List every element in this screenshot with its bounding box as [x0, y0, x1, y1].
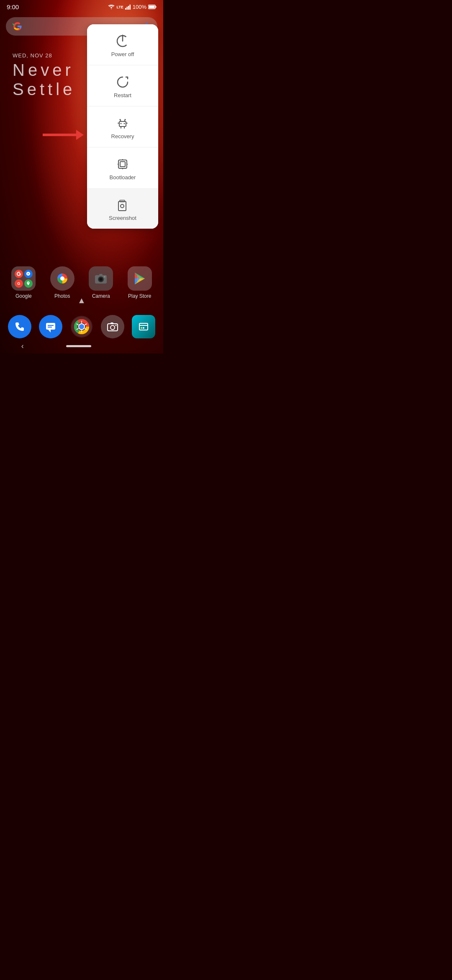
svg-point-63	[116, 325, 117, 326]
svg-marker-43	[48, 330, 51, 333]
recovery-label: Recovery	[111, 133, 134, 139]
svg-point-61	[110, 325, 115, 330]
restart-button[interactable]: Restart	[87, 65, 158, 106]
dock	[0, 315, 163, 338]
dock-camera[interactable]	[101, 315, 124, 338]
photos-label: Photos	[54, 293, 70, 299]
svg-point-18	[124, 123, 125, 124]
wifi-icon	[108, 5, 115, 10]
red-arrow	[43, 130, 84, 140]
svg-rect-62	[110, 322, 113, 324]
restart-label: Restart	[114, 92, 131, 98]
svg-rect-0	[125, 8, 126, 10]
photos-icon	[50, 266, 74, 291]
cam-dock-logo	[107, 321, 118, 333]
status-icons: LTE 100%	[108, 4, 157, 10]
power-off-label: Power off	[111, 51, 134, 57]
google-folder-icon: G	[11, 266, 36, 291]
playstore-icon	[128, 266, 152, 291]
svg-rect-37	[99, 274, 103, 276]
phone-icon	[8, 315, 31, 338]
nav-bar: ‹	[0, 338, 163, 353]
svg-point-65	[141, 327, 142, 329]
bootloader-button[interactable]: Bootloader	[87, 147, 158, 188]
svg-point-32	[60, 276, 64, 281]
svg-rect-29	[118, 201, 126, 211]
svg-point-66	[143, 327, 144, 329]
app-grid: G Google Photos	[0, 266, 163, 299]
chrome-icon	[70, 315, 93, 338]
bootloader-icon	[115, 157, 130, 172]
battery-percent: 100%	[133, 4, 146, 10]
signal-icon	[125, 5, 131, 10]
svg-point-36	[100, 278, 102, 281]
playstore-logo	[131, 270, 148, 287]
status-time: 9:00	[7, 3, 19, 10]
recovery-button[interactable]: Recovery	[87, 106, 158, 147]
svg-rect-5	[156, 6, 157, 8]
dock-chrome[interactable]	[70, 315, 93, 338]
bootloader-label: Bootloader	[110, 174, 136, 181]
dock-files[interactable]	[132, 315, 155, 338]
messages-icon	[39, 315, 62, 338]
svg-point-22	[125, 119, 126, 120]
app-google[interactable]: G Google	[11, 266, 36, 299]
chrome-logo	[71, 316, 92, 338]
messages-logo	[45, 321, 56, 333]
screenshot-icon	[115, 197, 130, 212]
photos-logo	[54, 270, 71, 287]
files-logo	[138, 321, 149, 333]
arrow-head	[76, 130, 84, 140]
arrow-body	[43, 134, 76, 136]
recovery-icon	[115, 116, 130, 131]
screenshot-label: Screenshot	[109, 215, 136, 221]
lte-badge: LTE	[116, 5, 123, 9]
power-icon	[115, 34, 130, 49]
nav-back-button[interactable]: ‹	[21, 342, 24, 351]
svg-point-53	[79, 324, 84, 329]
cam-dock-icon	[101, 315, 124, 338]
nav-home-pill[interactable]	[66, 345, 91, 347]
battery-icon	[148, 5, 157, 9]
svg-point-21	[120, 119, 121, 120]
svg-rect-6	[149, 6, 155, 8]
svg-rect-64	[139, 323, 148, 330]
svg-rect-3	[129, 5, 131, 10]
svg-rect-2	[128, 6, 129, 10]
power-off-button[interactable]: Power off	[87, 24, 158, 65]
app-camera[interactable]: Camera	[89, 266, 113, 299]
files-icon	[132, 315, 155, 338]
svg-rect-1	[126, 7, 128, 10]
svg-rect-24	[120, 162, 125, 167]
dock-phone[interactable]	[8, 315, 31, 338]
power-menu: Power off Restart Recovery	[87, 24, 158, 229]
app-drawer-chevron[interactable]: ▲	[77, 296, 86, 305]
app-playstore[interactable]: Play Store	[128, 266, 152, 299]
playstore-label: Play Store	[128, 293, 151, 299]
svg-point-38	[104, 276, 105, 278]
app-photos[interactable]: Photos	[50, 266, 74, 299]
svg-point-17	[121, 123, 122, 124]
status-bar: 9:00 LTE 100%	[0, 0, 163, 12]
camera-icon	[89, 266, 113, 291]
svg-point-31	[121, 204, 124, 208]
phone-logo	[14, 321, 26, 333]
google-logo	[13, 21, 23, 31]
svg-rect-12	[119, 121, 126, 126]
screenshot-button[interactable]: Screenshot	[87, 188, 158, 229]
dock-messages[interactable]	[39, 315, 62, 338]
camera-logo	[93, 271, 108, 286]
google-label: Google	[15, 293, 32, 299]
restart-icon	[115, 75, 130, 90]
svg-rect-42	[46, 323, 55, 330]
camera-label: Camera	[92, 293, 110, 299]
